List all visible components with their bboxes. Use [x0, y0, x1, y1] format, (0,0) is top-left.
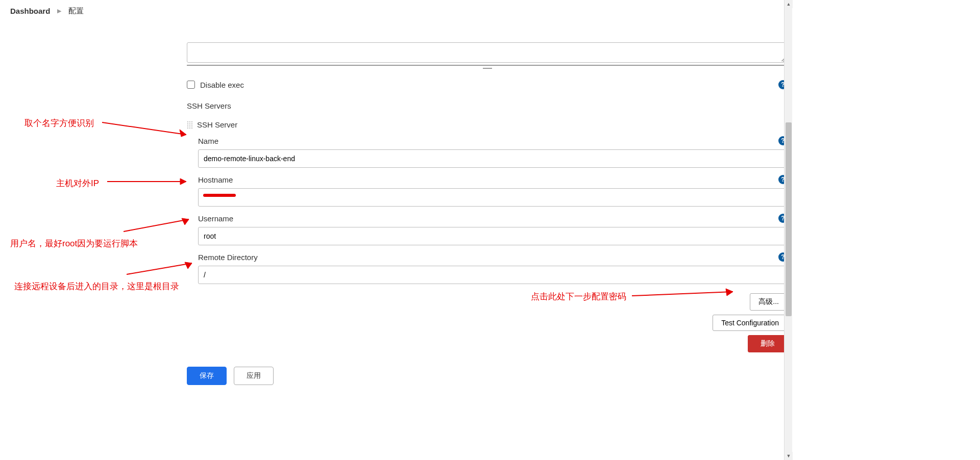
test-configuration-button[interactable]: Test Configuration — [713, 315, 788, 331]
username-label: Username — [198, 214, 233, 223]
username-input[interactable] — [198, 227, 788, 245]
disable-exec-label: Disable exec — [200, 81, 244, 89]
svg-marker-3 — [180, 178, 186, 185]
ssh-server-item-title: SSH Server — [197, 120, 237, 129]
scrollbar[interactable]: ▲ ▼ — [784, 0, 792, 460]
name-label: Name — [198, 137, 218, 145]
scroll-down-icon[interactable]: ▼ — [785, 452, 793, 460]
hostname-label: Hostname — [198, 175, 233, 184]
redaction-mark — [203, 194, 236, 197]
scroll-thumb[interactable] — [786, 122, 792, 316]
svg-marker-1 — [180, 130, 186, 137]
annotation-name: 取个名字方便识别 — [24, 118, 94, 128]
drag-handle-icon[interactable] — [187, 121, 193, 129]
scroll-up-icon[interactable]: ▲ — [785, 0, 793, 8]
resize-handle-icon[interactable] — [483, 68, 492, 69]
disable-exec-checkbox[interactable] — [187, 81, 195, 89]
script-textarea[interactable] — [187, 42, 788, 63]
advanced-button[interactable]: 高级... — [750, 293, 788, 311]
hostname-input[interactable] — [198, 188, 788, 207]
apply-button[interactable]: 应用 — [234, 367, 274, 385]
annotation-remote-dir: 连接远程设备后进入的目录，这里是根目录 — [14, 282, 179, 291]
svg-line-6 — [127, 263, 192, 274]
delete-button[interactable]: 删除 — [748, 335, 788, 352]
save-button[interactable]: 保存 — [187, 367, 227, 385]
annotation-username: 用户名，最好root因为要运行脚本 — [10, 239, 138, 248]
chevron-right-icon: ▶ — [57, 8, 61, 14]
breadcrumb-home[interactable]: Dashboard — [10, 7, 50, 15]
breadcrumb-current: 配置 — [68, 6, 84, 16]
remote-dir-input[interactable] — [198, 266, 788, 284]
separator — [187, 65, 788, 66]
breadcrumb: Dashboard ▶ 配置 — [0, 0, 792, 22]
name-input[interactable] — [198, 149, 788, 168]
annotation-hostname: 主机对外IP — [56, 178, 99, 188]
svg-line-0 — [102, 122, 186, 135]
ssh-servers-title: SSH Servers — [187, 101, 788, 110]
remote-dir-label: Remote Directory — [198, 253, 258, 262]
svg-line-4 — [124, 219, 189, 232]
